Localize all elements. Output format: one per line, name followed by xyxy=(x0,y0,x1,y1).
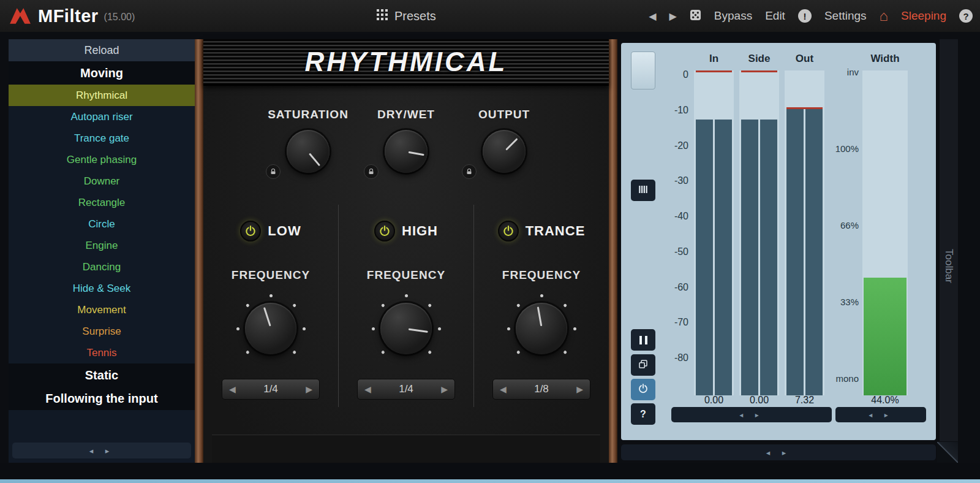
edit-button[interactable]: Edit xyxy=(765,9,785,23)
random-preset-dice-icon[interactable] xyxy=(690,9,701,23)
preset-item-downer[interactable]: Downer xyxy=(9,170,195,192)
low-power-button[interactable] xyxy=(240,221,261,242)
plugin-main-panel: RHYTHMICAL SATURATION DRY/WET xyxy=(195,39,617,463)
db-scale: 0 -10 -20 -30 -40 -50 -60 -70 -80 xyxy=(659,70,688,363)
presets-label: Presets xyxy=(394,9,436,23)
preset-item-gentle-phasing[interactable]: Gentle phasing xyxy=(9,149,195,170)
high-power-button[interactable] xyxy=(374,221,395,242)
meter-header-side: Side xyxy=(739,53,779,65)
trance-band-label: TRANCE xyxy=(526,223,586,239)
meter-header-out: Out xyxy=(785,53,824,65)
presets-button[interactable]: Presets xyxy=(377,0,436,32)
preset-group-following-the-input[interactable]: Following the input xyxy=(9,387,195,410)
width-hscrollbar[interactable]: ◂ ▸ xyxy=(835,407,926,422)
settings-button[interactable]: Settings xyxy=(824,9,867,23)
meter-out xyxy=(785,70,824,395)
low-frequency-label: FREQUENCY xyxy=(232,268,310,282)
home-icon[interactable]: ⌂ xyxy=(880,9,889,23)
low-step-prev-icon[interactable]: ◀ xyxy=(229,384,236,394)
meter-power-button[interactable] xyxy=(631,379,655,400)
footer-accent-line xyxy=(0,479,980,483)
high-step-next-icon[interactable]: ▶ xyxy=(441,384,448,394)
preset-item-tennis[interactable]: Tennis xyxy=(9,342,195,363)
preset-item-autopan-riser[interactable]: Autopan riser xyxy=(9,106,195,127)
bottom-hscrollbar[interactable]: ◂ ▸ xyxy=(621,444,936,460)
sidebar-hscrollbar[interactable]: ◂ ▸ xyxy=(12,443,191,458)
reload-button[interactable]: Reload xyxy=(9,39,195,61)
melda-logo-icon[interactable] xyxy=(9,7,32,25)
wood-rail-left xyxy=(195,39,203,463)
warning-icon[interactable]: ! xyxy=(798,9,812,23)
meter-bar xyxy=(696,120,713,396)
band-low: LOW FREQUENCY ◀ 1/4 ▶ xyxy=(203,205,338,407)
meter-bar xyxy=(715,120,732,396)
band-high: HIGH FREQUENCY ◀ 1/4 ▶ xyxy=(338,205,473,407)
low-frequency-knob[interactable] xyxy=(245,303,296,354)
help-icon[interactable]: ? xyxy=(959,9,973,23)
preset-title: RHYTHMICAL xyxy=(305,47,508,77)
meter-in xyxy=(694,70,734,395)
preset-item-movement[interactable]: Movement xyxy=(9,299,195,321)
knob-pointer xyxy=(474,121,535,182)
plugin-bottom-strip xyxy=(212,435,600,463)
low-step-next-icon[interactable]: ▶ xyxy=(306,384,312,394)
knob-pointer xyxy=(511,299,571,358)
meter-bar xyxy=(805,107,823,395)
sleeping-indicator[interactable]: Sleeping xyxy=(901,9,946,23)
out-value: 7.32 xyxy=(785,395,824,406)
saturation-knob[interactable] xyxy=(287,130,330,173)
band-trance: TRANCE FREQUENCY ◀ 1/8 ▶ xyxy=(473,205,609,407)
bypass-button[interactable]: Bypass xyxy=(714,9,752,23)
preset-group-static[interactable]: Static xyxy=(9,363,195,387)
help-icon: ? xyxy=(640,409,646,420)
high-step-value[interactable]: 1/4 xyxy=(399,383,413,395)
histogram-icon xyxy=(638,184,649,197)
drywet-lock-icon[interactable] xyxy=(364,164,379,179)
wood-rail-right xyxy=(609,39,617,463)
peak-indicator xyxy=(786,107,823,109)
preset-item-surprise[interactable]: Surprise xyxy=(9,321,195,342)
meter-help-button[interactable]: ? xyxy=(631,403,655,425)
preset-item-rhythmical[interactable]: Rhythmical xyxy=(9,85,195,106)
preset-item-dancing[interactable]: Dancing xyxy=(9,256,195,278)
resize-handle[interactable] xyxy=(937,442,958,463)
toolbar-tab[interactable]: Toolbar xyxy=(940,229,958,303)
meter-hscrollbar[interactable]: ◂ ▸ xyxy=(671,407,832,422)
previous-preset-button[interactable]: ◀ xyxy=(649,10,656,22)
meter-side xyxy=(739,70,779,395)
trance-step-next-icon[interactable]: ▶ xyxy=(576,384,583,394)
meter-style-button[interactable] xyxy=(631,180,655,201)
saturation-control: SATURATION xyxy=(259,108,357,173)
next-preset-button[interactable]: ▶ xyxy=(669,10,677,22)
plugin-face: RHYTHMICAL SATURATION DRY/WET xyxy=(203,39,609,463)
low-step-value[interactable]: 1/4 xyxy=(263,383,278,395)
app-version: (15.00) xyxy=(104,12,135,23)
knob-pointer xyxy=(381,126,431,176)
saturation-lock-icon[interactable] xyxy=(266,164,281,179)
output-lock-icon[interactable] xyxy=(462,164,477,179)
titlebar: MFilter (15.00) Presets ◀ ▶ Bypass Edit … xyxy=(0,0,980,32)
trance-frequency-knob[interactable] xyxy=(516,303,567,354)
trance-step-prev-icon[interactable]: ◀ xyxy=(500,384,507,394)
peak-indicator xyxy=(741,70,777,72)
preset-item-hide-and-seek[interactable]: Hide & Seek xyxy=(9,278,195,299)
preset-item-engine[interactable]: Engine xyxy=(9,235,195,256)
popout-windows-icon xyxy=(638,359,649,372)
meter-popout-button[interactable] xyxy=(631,354,655,376)
meter-pause-button[interactable] xyxy=(631,329,655,351)
high-frequency-knob[interactable] xyxy=(380,303,432,354)
high-step-control: ◀ 1/4 ▶ xyxy=(357,379,455,400)
pause-icon xyxy=(639,336,642,344)
output-knob[interactable] xyxy=(483,130,526,173)
preset-item-circle[interactable]: Circle xyxy=(9,213,195,235)
trance-step-value[interactable]: 1/8 xyxy=(534,383,549,395)
drywet-knob[interactable] xyxy=(385,130,428,173)
power-icon xyxy=(638,383,649,397)
low-band-label: LOW xyxy=(268,223,301,239)
preset-item-rectangle[interactable]: Rectangle xyxy=(9,192,195,213)
preset-item-trance-gate[interactable]: Trance gate xyxy=(9,127,195,149)
trance-power-button[interactable] xyxy=(498,221,519,242)
high-step-prev-icon[interactable]: ◀ xyxy=(364,384,371,394)
preset-group-moving[interactable]: Moving xyxy=(9,61,195,85)
meter-zoom-slider[interactable] xyxy=(631,51,655,89)
